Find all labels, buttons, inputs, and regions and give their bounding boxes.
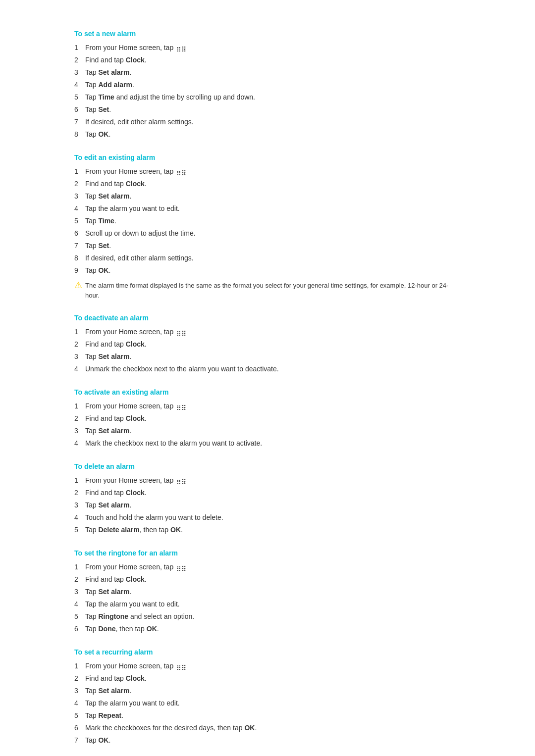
- step-6: 6Mark the checkboxes for the desired day…: [74, 723, 461, 733]
- page-content: To set a new alarm 1From your Home scree…: [74, 0, 461, 756]
- step-3: 3Tap Set alarm.: [74, 67, 461, 78]
- section-delete-alarm: To delete an alarm 1From your Home scree…: [74, 462, 461, 535]
- step-list-delete-alarm: 1From your Home screen, tap ⠿. 2Find and…: [74, 475, 461, 535]
- section-title-activate-alarm: To activate an existing alarm: [74, 388, 461, 396]
- step-4: 4Tap the alarm you want to edit.: [74, 203, 461, 214]
- step-7: 7Tap OK.: [74, 735, 461, 746]
- section-activate-existing-alarm: To activate an existing alarm 1From your…: [74, 388, 461, 449]
- step-3: 3Tap Set alarm.: [74, 587, 461, 597]
- step-2: 2Find and tap Clock.: [74, 55, 461, 65]
- step-2: 2Find and tap Clock.: [74, 488, 461, 498]
- step-8: 8If desired, edit other alarm settings.: [74, 253, 461, 263]
- step-1: 1From your Home screen, tap ⠿.: [74, 401, 461, 411]
- step-4: 4Touch and hold the alarm you want to de…: [74, 512, 461, 523]
- exclamation-icon: ⚠: [74, 280, 85, 291]
- step-4: 4Tap Add alarm.: [74, 80, 461, 90]
- apps-icon: ⠿: [176, 663, 183, 670]
- section-set-new-alarm: To set a new alarm 1From your Home scree…: [74, 30, 461, 140]
- apps-icon: ⠿: [176, 45, 183, 51]
- step-1: 1From your Home screen, tap ⠿.: [74, 43, 461, 53]
- apps-icon: ⠿: [176, 329, 183, 336]
- step-1: 1From your Home screen, tap ⠿.: [74, 327, 461, 337]
- step-list-edit-existing-alarm: 1From your Home screen, tap ⠿. 2Find and…: [74, 166, 461, 276]
- section-set-recurring-alarm: To set a recurring alarm 1From your Home…: [74, 648, 461, 746]
- step-1: 1From your Home screen, tap ⠿.: [74, 475, 461, 486]
- step-1: 1From your Home screen, tap ⠿.: [74, 661, 461, 671]
- step-4: 4Mark the checkbox next to the alarm you…: [74, 438, 461, 449]
- step-3: 3Tap Set alarm.: [74, 352, 461, 362]
- step-6: 6Scroll up or down to adjust the time.: [74, 228, 461, 239]
- step-5: 5Tap Time and adjust the time by scrolli…: [74, 92, 461, 102]
- note-box-edit-alarm: ⚠ The alarm time format displayed is the…: [74, 281, 461, 300]
- step-4: 4Unmark the checkbox next to the alarm y…: [74, 364, 461, 374]
- step-3: 3Tap Set alarm.: [74, 686, 461, 696]
- section-edit-existing-alarm: To edit an existing alarm 1From your Hom…: [74, 153, 461, 300]
- step-3: 3Tap Set alarm.: [74, 500, 461, 510]
- section-title-deactivate-alarm: To deactivate an alarm: [74, 314, 461, 322]
- step-4: 4Tap the alarm you want to edit.: [74, 599, 461, 609]
- step-8: 8Tap OK.: [74, 129, 461, 140]
- step-2: 2Find and tap Clock.: [74, 673, 461, 684]
- step-5: 5Tap Delete alarm, then tap OK.: [74, 525, 461, 535]
- apps-icon: ⠿: [176, 564, 183, 571]
- note-text-edit-alarm: The alarm time format displayed is the s…: [85, 281, 461, 300]
- section-title-set-recurring-alarm: To set a recurring alarm: [74, 648, 461, 656]
- section-set-ringtone: To set the ringtone for an alarm 1From y…: [74, 549, 461, 634]
- step-list-activate-alarm: 1From your Home screen, tap ⠿. 2Find and…: [74, 401, 461, 449]
- apps-icon: ⠿: [176, 403, 183, 410]
- step-2: 2Find and tap Clock.: [74, 339, 461, 350]
- section-deactivate-alarm: To deactivate an alarm 1From your Home s…: [74, 314, 461, 374]
- step-4: 4Tap the alarm you want to edit.: [74, 698, 461, 708]
- section-title-set-ringtone: To set the ringtone for an alarm: [74, 549, 461, 557]
- section-title-edit-existing-alarm: To edit an existing alarm: [74, 153, 461, 161]
- step-5: 5Tap Repeat.: [74, 710, 461, 721]
- step-5: 5Tap Time.: [74, 216, 461, 226]
- section-title-set-new-alarm: To set a new alarm: [74, 30, 461, 38]
- step-list-set-ringtone: 1From your Home screen, tap ⠿. 2Find and…: [74, 562, 461, 634]
- step-1: 1From your Home screen, tap ⠿.: [74, 562, 461, 572]
- step-list-set-recurring-alarm: 1From your Home screen, tap ⠿. 2Find and…: [74, 661, 461, 746]
- step-list-set-new-alarm: 1From your Home screen, tap ⠿. 2Find and…: [74, 43, 461, 140]
- step-3: 3Tap Set alarm.: [74, 426, 461, 436]
- step-list-deactivate-alarm: 1From your Home screen, tap ⠿. 2Find and…: [74, 327, 461, 374]
- section-title-delete-alarm: To delete an alarm: [74, 462, 461, 470]
- step-5: 5Tap Ringtone and select an option.: [74, 611, 461, 622]
- step-7: 7Tap Set.: [74, 241, 461, 251]
- step-6: 6Tap Done, then tap OK.: [74, 624, 461, 634]
- step-9: 9Tap OK.: [74, 265, 461, 276]
- step-2: 2Find and tap Clock.: [74, 413, 461, 424]
- apps-icon: ⠿: [176, 477, 183, 484]
- step-2: 2Find and tap Clock.: [74, 179, 461, 189]
- apps-icon: ⠿: [176, 168, 183, 175]
- step-2: 2Find and tap Clock.: [74, 574, 461, 585]
- step-3: 3Tap Set alarm.: [74, 191, 461, 202]
- step-1: 1From your Home screen, tap ⠿.: [74, 166, 461, 177]
- step-6: 6Tap Set.: [74, 104, 461, 115]
- step-7: 7If desired, edit other alarm settings.: [74, 117, 461, 127]
